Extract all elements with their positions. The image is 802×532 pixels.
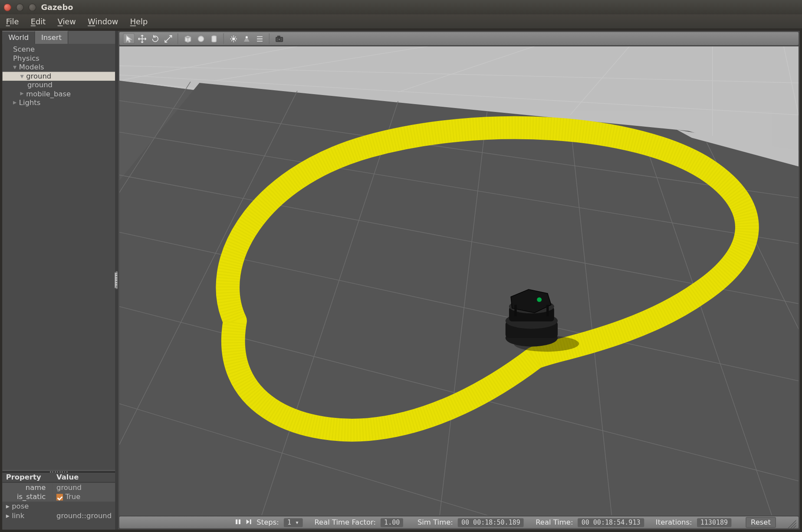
- prop-row-link[interactable]: ▸ link ground::ground: [2, 511, 115, 521]
- rotate-tool[interactable]: [149, 33, 161, 44]
- tab-world[interactable]: World: [2, 31, 35, 44]
- menubar: File Edit View Window Help: [0, 14, 802, 29]
- tree-ground[interactable]: ▾ground: [2, 72, 115, 81]
- splitter-handle-icon[interactable]: [115, 273, 118, 288]
- svg-point-0: [198, 36, 204, 42]
- toolbar-separator-icon: [269, 33, 270, 44]
- steps-value[interactable]: 1 ▾: [284, 518, 303, 527]
- sun-light-tool[interactable]: [227, 33, 239, 44]
- menu-window[interactable]: Window: [88, 17, 118, 26]
- pause-button[interactable]: [235, 518, 241, 526]
- rtf-value: 1.00: [381, 518, 404, 527]
- simtime-label: Sim Time:: [417, 518, 453, 526]
- close-icon[interactable]: [3, 3, 11, 11]
- tree-models[interactable]: ▾Models: [2, 63, 115, 72]
- tree-scene[interactable]: Scene: [2, 45, 115, 54]
- chevron-right-icon[interactable]: ▸: [6, 512, 10, 520]
- chevron-down-icon[interactable]: ▾: [20, 72, 26, 81]
- realtime-value: 00 00:18:54.913: [578, 518, 644, 527]
- svg-point-2: [232, 37, 234, 39]
- chevron-right-icon[interactable]: ▸: [20, 89, 26, 98]
- chevron-down-icon[interactable]: ▾: [13, 63, 19, 72]
- resize-grip-icon[interactable]: [788, 520, 796, 528]
- steps-label: Steps:: [256, 518, 279, 526]
- svg-point-3: [245, 36, 247, 38]
- box-tool[interactable]: [182, 33, 194, 44]
- sphere-tool[interactable]: [195, 33, 207, 44]
- maximize-icon[interactable]: [29, 3, 36, 11]
- chevron-right-icon[interactable]: ▸: [13, 98, 19, 107]
- prop-row-pose[interactable]: ▸ pose: [2, 502, 115, 511]
- tree-mobile-base[interactable]: ▸mobile_base: [2, 90, 115, 99]
- realtime-label: Real Time:: [536, 518, 573, 526]
- tree-lights[interactable]: ▸Lights: [2, 99, 115, 108]
- directional-light-tool[interactable]: [253, 33, 265, 44]
- status-bar: Steps: 1 ▾ Real Time Factor: 1.00 Sim Ti…: [119, 516, 799, 528]
- svg-rect-48: [250, 519, 251, 524]
- left-panel: World Insert Scene Physics ▾Models ▾grou…: [2, 31, 115, 529]
- svg-rect-46: [239, 519, 240, 524]
- toolbar-separator-icon: [177, 33, 178, 44]
- move-tool[interactable]: [136, 33, 148, 44]
- menu-view[interactable]: View: [58, 17, 76, 26]
- window-titlebar[interactable]: Gazebo: [0, 0, 802, 14]
- spot-light-tool[interactable]: [240, 33, 252, 44]
- iterations-value: 1130189: [697, 518, 732, 527]
- menu-file[interactable]: File: [6, 17, 19, 26]
- prop-row-is-static[interactable]: is_static True: [2, 492, 115, 502]
- prop-row-name[interactable]: name ground: [2, 483, 115, 493]
- toolbar-separator-icon: [223, 33, 224, 44]
- left-tabs: World Insert: [2, 31, 115, 44]
- svg-point-5: [278, 38, 280, 40]
- menu-edit[interactable]: Edit: [31, 17, 46, 26]
- svg-marker-47: [247, 519, 250, 524]
- chevron-right-icon[interactable]: ▸: [6, 502, 10, 510]
- simtime-value: 00 00:18:50.189: [458, 518, 524, 527]
- tree-ground-link[interactable]: ground: [2, 81, 115, 90]
- menu-help[interactable]: Help: [130, 17, 148, 26]
- props-header-property: Property: [2, 473, 53, 483]
- svg-rect-6: [277, 36, 279, 37]
- properties-panel: Property Value name ground is_static Tru…: [2, 473, 115, 529]
- step-button[interactable]: [246, 518, 252, 526]
- screenshot-tool[interactable]: [273, 33, 285, 44]
- window-title: Gazebo: [41, 3, 73, 12]
- main-toolbar: [119, 32, 799, 45]
- svg-point-42: [537, 297, 542, 302]
- viewport-3d[interactable]: [119, 46, 799, 516]
- tree-physics[interactable]: Physics: [2, 54, 115, 63]
- svg-rect-44: [546, 305, 549, 316]
- svg-rect-45: [236, 519, 237, 524]
- tab-insert[interactable]: Insert: [35, 31, 68, 44]
- checkbox-checked-icon[interactable]: [56, 494, 63, 500]
- svg-rect-43: [514, 305, 516, 316]
- reset-button[interactable]: Reset: [746, 517, 776, 528]
- rtf-label: Real Time Factor:: [314, 518, 376, 526]
- world-tree[interactable]: Scene Physics ▾Models ▾ground ground ▸mo…: [2, 44, 115, 470]
- props-header-value: Value: [53, 473, 115, 483]
- select-tool[interactable]: [123, 33, 135, 44]
- panel-splitter-h[interactable]: [2, 470, 115, 472]
- scale-tool[interactable]: [162, 33, 174, 44]
- iterations-label: Iterations:: [656, 518, 692, 526]
- minimize-icon[interactable]: [16, 3, 24, 11]
- panel-splitter-v[interactable]: [115, 31, 118, 529]
- cylinder-tool[interactable]: [208, 33, 220, 44]
